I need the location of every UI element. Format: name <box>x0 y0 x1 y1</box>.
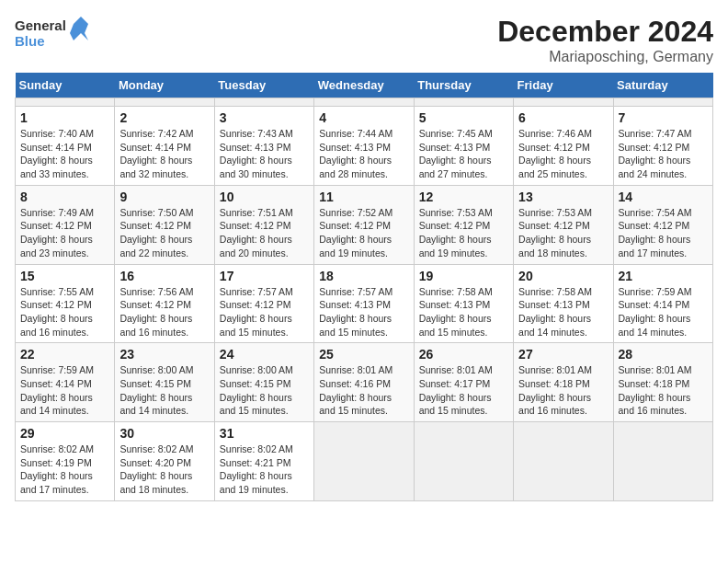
calendar-cell: 28Sunrise: 8:01 AM Sunset: 4:18 PM Dayli… <box>613 343 712 422</box>
calendar-cell: 7Sunrise: 7:47 AM Sunset: 4:12 PM Daylig… <box>613 107 712 186</box>
day-number: 6 <box>518 110 608 125</box>
day-number: 13 <box>518 190 608 204</box>
day-info: Sunrise: 8:01 AM Sunset: 4:17 PM Dayligh… <box>419 363 508 418</box>
calendar-cell: 4Sunrise: 7:44 AM Sunset: 4:13 PM Daylig… <box>314 107 414 186</box>
calendar-cell: 30Sunrise: 8:02 AM Sunset: 4:20 PM Dayli… <box>115 422 214 501</box>
day-number: 5 <box>419 110 508 125</box>
day-info: Sunrise: 8:01 AM Sunset: 4:18 PM Dayligh… <box>518 363 608 418</box>
day-number: 11 <box>319 190 408 204</box>
day-info: Sunrise: 7:51 AM Sunset: 4:12 PM Dayligh… <box>220 206 309 260</box>
calendar-cell: 31Sunrise: 8:02 AM Sunset: 4:21 PM Dayli… <box>214 422 313 501</box>
calendar-cell <box>115 98 214 107</box>
week-row-1: 1Sunrise: 7:40 AM Sunset: 4:14 PM Daylig… <box>16 107 713 186</box>
calendar-cell: 18Sunrise: 7:57 AM Sunset: 4:13 PM Dayli… <box>314 264 414 343</box>
day-info: Sunrise: 7:57 AM Sunset: 4:12 PM Dayligh… <box>220 285 309 339</box>
day-info: Sunrise: 8:00 AM Sunset: 4:15 PM Dayligh… <box>220 363 309 418</box>
day-info: Sunrise: 7:58 AM Sunset: 4:13 PM Dayligh… <box>419 285 508 339</box>
page-subtitle: Mariaposching, Germany <box>497 49 713 65</box>
day-info: Sunrise: 7:50 AM Sunset: 4:12 PM Dayligh… <box>119 206 209 260</box>
day-info: Sunrise: 8:02 AM Sunset: 4:21 PM Dayligh… <box>220 442 309 497</box>
calendar-cell <box>514 422 613 501</box>
col-header-monday: Monday <box>115 73 214 98</box>
calendar-cell: 24Sunrise: 8:00 AM Sunset: 4:15 PM Dayli… <box>214 343 313 422</box>
day-number: 20 <box>518 269 608 283</box>
day-info: Sunrise: 7:53 AM Sunset: 4:12 PM Dayligh… <box>518 206 608 260</box>
title-area: December 2024 Mariaposching, Germany <box>497 15 713 65</box>
day-number: 19 <box>419 269 508 283</box>
day-info: Sunrise: 7:40 AM Sunset: 4:14 PM Dayligh… <box>20 127 109 181</box>
day-info: Sunrise: 8:02 AM Sunset: 4:20 PM Dayligh… <box>119 442 209 497</box>
day-info: Sunrise: 7:55 AM Sunset: 4:12 PM Dayligh… <box>20 285 109 339</box>
calendar-cell <box>414 422 513 501</box>
calendar-cell: 10Sunrise: 7:51 AM Sunset: 4:12 PM Dayli… <box>214 185 313 264</box>
day-number: 21 <box>619 269 708 283</box>
day-number: 15 <box>20 269 109 283</box>
day-info: Sunrise: 8:01 AM Sunset: 4:18 PM Dayligh… <box>619 363 708 418</box>
week-row-2: 8Sunrise: 7:49 AM Sunset: 4:12 PM Daylig… <box>16 185 713 264</box>
calendar-cell: 21Sunrise: 7:59 AM Sunset: 4:14 PM Dayli… <box>613 264 712 343</box>
calendar-cell: 23Sunrise: 8:00 AM Sunset: 4:15 PM Dayli… <box>115 343 214 422</box>
day-number: 17 <box>220 269 309 283</box>
logo-svg: General Blue <box>15 15 88 52</box>
day-info: Sunrise: 7:54 AM Sunset: 4:12 PM Dayligh… <box>619 206 708 260</box>
logo: General Blue <box>15 15 88 52</box>
day-number: 10 <box>220 190 309 204</box>
page-title: December 2024 <box>497 15 713 49</box>
day-number: 24 <box>220 347 309 362</box>
calendar-cell: 17Sunrise: 7:57 AM Sunset: 4:12 PM Dayli… <box>214 264 313 343</box>
svg-text:Blue: Blue <box>15 33 45 49</box>
day-info: Sunrise: 7:56 AM Sunset: 4:12 PM Dayligh… <box>119 285 209 339</box>
calendar-cell: 20Sunrise: 7:58 AM Sunset: 4:13 PM Dayli… <box>514 264 613 343</box>
calendar-cell: 19Sunrise: 7:58 AM Sunset: 4:13 PM Dayli… <box>414 264 513 343</box>
calendar-cell: 26Sunrise: 8:01 AM Sunset: 4:17 PM Dayli… <box>414 343 513 422</box>
calendar-cell: 9Sunrise: 7:50 AM Sunset: 4:12 PM Daylig… <box>115 185 214 264</box>
header-row: SundayMondayTuesdayWednesdayThursdayFrid… <box>16 73 713 98</box>
day-info: Sunrise: 7:47 AM Sunset: 4:12 PM Dayligh… <box>619 127 708 181</box>
day-number: 7 <box>619 110 708 125</box>
day-number: 16 <box>119 269 209 283</box>
col-header-wednesday: Wednesday <box>314 73 414 98</box>
week-row-4: 22Sunrise: 7:59 AM Sunset: 4:14 PM Dayli… <box>16 343 713 422</box>
calendar-cell: 14Sunrise: 7:54 AM Sunset: 4:12 PM Dayli… <box>613 185 712 264</box>
week-row-3: 15Sunrise: 7:55 AM Sunset: 4:12 PM Dayli… <box>16 264 713 343</box>
calendar-cell: 15Sunrise: 7:55 AM Sunset: 4:12 PM Dayli… <box>16 264 115 343</box>
day-number: 2 <box>119 110 209 125</box>
calendar-cell: 11Sunrise: 7:52 AM Sunset: 4:12 PM Dayli… <box>314 185 414 264</box>
calendar-cell: 1Sunrise: 7:40 AM Sunset: 4:14 PM Daylig… <box>16 107 115 186</box>
calendar-cell <box>613 98 712 107</box>
day-number: 31 <box>220 426 309 441</box>
calendar-cell: 5Sunrise: 7:45 AM Sunset: 4:13 PM Daylig… <box>414 107 513 186</box>
day-info: Sunrise: 7:59 AM Sunset: 4:14 PM Dayligh… <box>619 285 708 339</box>
col-header-sunday: Sunday <box>16 73 115 98</box>
day-number: 22 <box>20 347 109 362</box>
calendar-cell: 16Sunrise: 7:56 AM Sunset: 4:12 PM Dayli… <box>115 264 214 343</box>
day-number: 8 <box>20 190 109 204</box>
col-header-thursday: Thursday <box>414 73 513 98</box>
col-header-tuesday: Tuesday <box>214 73 313 98</box>
day-number: 30 <box>119 426 209 441</box>
calendar-cell: 3Sunrise: 7:43 AM Sunset: 4:13 PM Daylig… <box>214 107 313 186</box>
day-number: 28 <box>619 347 708 362</box>
day-info: Sunrise: 7:53 AM Sunset: 4:12 PM Dayligh… <box>419 206 508 260</box>
svg-marker-2 <box>70 17 88 40</box>
calendar-cell: 13Sunrise: 7:53 AM Sunset: 4:12 PM Dayli… <box>514 185 613 264</box>
col-header-friday: Friday <box>514 73 613 98</box>
calendar-cell: 27Sunrise: 8:01 AM Sunset: 4:18 PM Dayli… <box>514 343 613 422</box>
day-number: 25 <box>319 347 408 362</box>
day-info: Sunrise: 7:44 AM Sunset: 4:13 PM Dayligh… <box>319 127 408 181</box>
day-info: Sunrise: 7:49 AM Sunset: 4:12 PM Dayligh… <box>20 206 109 260</box>
day-number: 18 <box>319 269 408 283</box>
calendar-cell: 12Sunrise: 7:53 AM Sunset: 4:12 PM Dayli… <box>414 185 513 264</box>
svg-text:General: General <box>15 17 66 33</box>
calendar-cell: 22Sunrise: 7:59 AM Sunset: 4:14 PM Dayli… <box>16 343 115 422</box>
col-header-saturday: Saturday <box>613 73 712 98</box>
day-number: 12 <box>419 190 508 204</box>
day-info: Sunrise: 7:59 AM Sunset: 4:14 PM Dayligh… <box>20 363 109 418</box>
calendar-cell: 6Sunrise: 7:46 AM Sunset: 4:12 PM Daylig… <box>514 107 613 186</box>
calendar-table: SundayMondayTuesdayWednesdayThursdayFrid… <box>15 73 713 501</box>
day-info: Sunrise: 8:00 AM Sunset: 4:15 PM Dayligh… <box>119 363 209 418</box>
day-number: 9 <box>119 190 209 204</box>
day-number: 23 <box>119 347 209 362</box>
calendar-cell <box>214 98 313 107</box>
calendar-cell: 8Sunrise: 7:49 AM Sunset: 4:12 PM Daylig… <box>16 185 115 264</box>
